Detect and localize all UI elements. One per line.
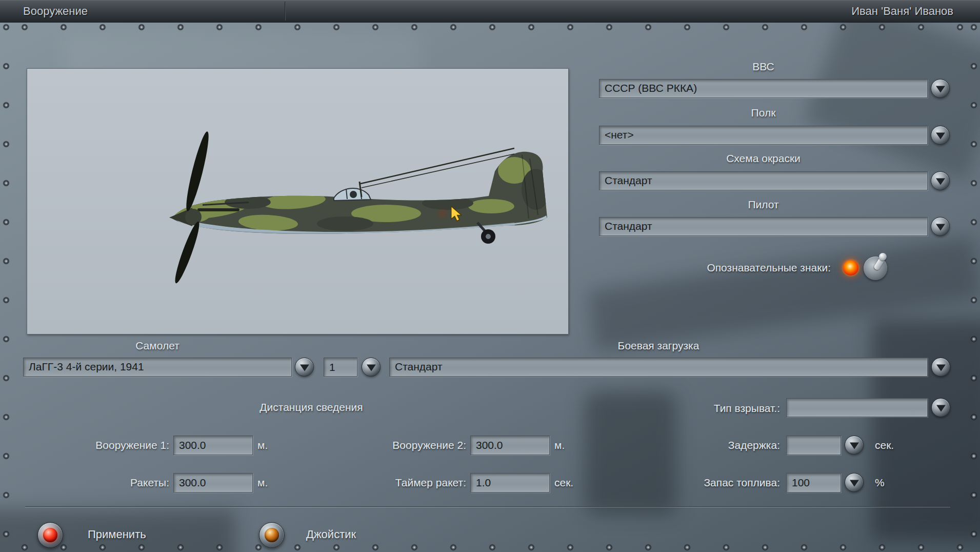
rocket-timer-input[interactable] xyxy=(470,473,550,492)
fuel-unit: % xyxy=(875,476,885,489)
loadout-select[interactable]: Стандарт xyxy=(389,358,928,377)
aircraft-dropdown-button[interactable] xyxy=(295,358,314,377)
paint-scheme-select[interactable]: Стандарт xyxy=(599,171,928,190)
fuse-type-dropdown-button[interactable] xyxy=(931,398,950,417)
screw-strip-right xyxy=(970,23,978,551)
paint-scheme-dropdown-button[interactable] xyxy=(931,171,950,190)
pilot-select[interactable]: Стандарт xyxy=(599,217,928,236)
top-bar-divider xyxy=(285,2,286,21)
toggle-knob-icon xyxy=(879,253,887,261)
fuel-label: Запас топлива: xyxy=(631,476,780,489)
markings-toggle[interactable] xyxy=(840,254,893,282)
chevron-down-icon xyxy=(300,364,309,371)
aircraft-label: Самолет xyxy=(23,339,292,352)
chevron-down-icon xyxy=(936,132,945,139)
aircraft-count-field[interactable] xyxy=(324,358,357,377)
red-button-icon xyxy=(43,528,57,542)
vvs-select[interactable]: СССР (ВВС РККА) xyxy=(599,79,928,98)
chevron-down-icon xyxy=(850,442,859,449)
fuse-type-field[interactable] xyxy=(786,398,928,417)
fuel-field[interactable] xyxy=(786,473,841,492)
markings-label: Опознавательные знаки: xyxy=(513,261,831,274)
chevron-down-icon xyxy=(936,364,946,371)
joystick-label[interactable]: Джойстик xyxy=(306,528,356,541)
mouse-cursor xyxy=(450,206,464,222)
chevron-down-icon xyxy=(850,480,859,486)
regiment-dropdown-button[interactable] xyxy=(931,126,950,145)
indicator-lamp-icon xyxy=(843,260,858,275)
weapon2-unit: м. xyxy=(554,439,565,452)
aircraft-select[interactable]: ЛаГГ-3 4-й серии, 1941 xyxy=(23,358,292,377)
weapon1-convergence-input[interactable] xyxy=(173,436,253,455)
rockets-unit: м. xyxy=(257,476,268,489)
chevron-down-icon xyxy=(936,405,946,411)
vvs-label: ВВС xyxy=(599,60,928,73)
rocket-timer-unit: сек. xyxy=(554,476,573,489)
delay-unit: сек. xyxy=(875,439,894,452)
weapon1-label: Вооружение 1: xyxy=(21,439,169,452)
screw-strip-left xyxy=(2,23,10,551)
weapon1-unit: м. xyxy=(257,439,268,452)
delay-dropdown-button[interactable] xyxy=(845,436,864,455)
regiment-select[interactable]: <нет> xyxy=(599,126,928,145)
aircraft-preview xyxy=(27,68,569,334)
armament-screen: { "header": { "title": "Вооружение", "pl… xyxy=(0,0,980,552)
weapon2-convergence-input[interactable] xyxy=(470,436,550,455)
pilot-dropdown-button[interactable] xyxy=(931,217,950,236)
aircraft-image xyxy=(27,69,568,334)
rockets-convergence-input[interactable] xyxy=(173,473,253,492)
screw-strip-bottom xyxy=(21,543,964,551)
chevron-down-icon xyxy=(936,224,945,230)
fuel-dropdown-button[interactable] xyxy=(845,473,864,492)
weapon2-label: Вооружение 2: xyxy=(318,439,466,452)
convergence-title: Дистанция сведения xyxy=(157,401,465,414)
chevron-down-icon xyxy=(936,178,945,185)
player-name: Иван 'Ваня' Иванов xyxy=(851,0,953,22)
amber-button-icon xyxy=(265,528,279,542)
apply-label[interactable]: Применить xyxy=(88,528,146,541)
delay-label: Задержка: xyxy=(631,439,780,452)
delay-field[interactable] xyxy=(786,436,841,455)
paint-scheme-label: Схема окраски xyxy=(599,152,928,165)
top-bar: Вооружение Иван 'Ваня' Иванов xyxy=(0,0,980,22)
regiment-label: Полк xyxy=(599,106,928,120)
chevron-down-icon xyxy=(936,86,945,92)
pilot-label: Пилот xyxy=(599,198,928,211)
rockets-label: Ракеты: xyxy=(21,476,169,489)
fuse-type-label: Тип взрыват.: xyxy=(615,402,780,415)
screen-title: Вооружение xyxy=(23,0,88,22)
chevron-down-icon xyxy=(367,364,376,371)
rocket-timer-label: Таймер ракет: xyxy=(318,476,466,489)
screw-strip-top xyxy=(21,23,964,31)
loadout-dropdown-button[interactable] xyxy=(931,358,950,377)
vvs-dropdown-button[interactable] xyxy=(931,79,950,98)
main-panel: ВВС СССР (ВВС РККА) Полк <нет> Схема окр… xyxy=(0,22,980,552)
footer-divider xyxy=(25,506,950,507)
loadout-label: Боевая загрузка xyxy=(389,339,928,352)
aircraft-count-dropdown-button[interactable] xyxy=(362,358,381,377)
